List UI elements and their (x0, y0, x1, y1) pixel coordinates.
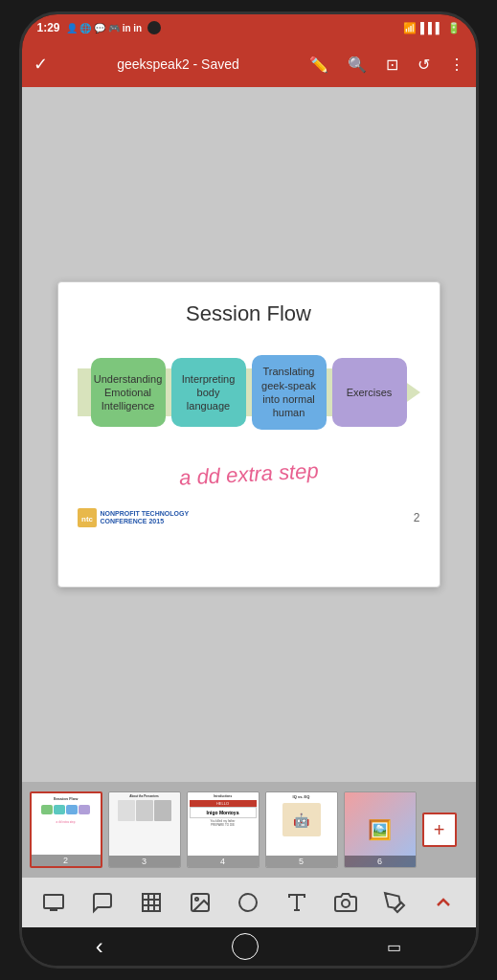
undo-button[interactable]: ↺ (418, 56, 430, 74)
handwriting-text: a dd extra step (77, 446, 421, 508)
status-icons: 👤 🌐 💬 🎮 in in (66, 23, 143, 33)
wifi-icon: 📶 (403, 22, 417, 34)
status-right: 📶 ▌▌▌ 🔋 (403, 22, 460, 34)
svg-text:ntc: ntc (81, 515, 94, 523)
battery-icon: 🔋 (447, 22, 461, 34)
flow-box-1: Understanding Emotional Intelligence (91, 358, 166, 427)
thumbnail-3[interactable]: About the Presenters 3 (108, 791, 181, 868)
thumb-number-6: 6 (345, 856, 416, 867)
search-button[interactable]: 🔍 (348, 56, 367, 74)
flow-boxes: Understanding Emotional Intelligence Int… (78, 355, 420, 429)
ntc-text: NONPROFIT TECHNOLOGYCONFERENCE 2015 (101, 510, 190, 524)
svg-rect-3 (44, 895, 63, 908)
time: 1:29 (37, 21, 60, 34)
draw-button[interactable] (377, 885, 412, 920)
slide-title: Session Flow (78, 301, 420, 326)
document-title: geekspeak2 - Saved (67, 56, 290, 72)
comment-button[interactable] (85, 885, 120, 920)
status-left: 1:29 👤 🌐 💬 🎮 in in (37, 21, 162, 34)
flow-diagram: Understanding Emotional Intelligence Int… (78, 349, 420, 435)
svg-point-11 (195, 898, 198, 901)
shape-button[interactable] (231, 885, 265, 920)
add-slide-button[interactable]: + (422, 813, 457, 847)
thumbnail-4[interactable]: Introductions HELLO Inigo Montoya You ki… (187, 791, 260, 868)
main-content: Session Flow Understanding Emotional Int… (22, 87, 476, 927)
thumbnail-5[interactable]: IQ vs. EQ 🤖 5 (265, 791, 338, 868)
bottom-toolbar (22, 878, 476, 927)
ntc-icon: ntc (78, 508, 97, 527)
phone-frame: 1:29 👤 🌐 💬 🎮 in in 📶 ▌▌▌ 🔋 ✓ geekspeak2 … (19, 11, 479, 969)
flow-box-3: Translating geek-speak into normal human (252, 355, 327, 429)
app-toolbar: ✓ geekspeak2 - Saved ✏️ 🔍 ⊡ ↺ ⋮ (22, 41, 476, 87)
status-bar: 1:29 👤 🌐 💬 🎮 in in 📶 ▌▌▌ 🔋 (22, 14, 476, 41)
pen-button[interactable]: ✏️ (309, 56, 328, 74)
thumbnail-6[interactable]: 🖼️ 6 (344, 791, 417, 868)
ntc-logo: ntc NONPROFIT TECHNOLOGYCONFERENCE 2015 (78, 508, 190, 527)
thumb-number-4: 4 (188, 856, 259, 867)
back-button[interactable]: ‹ (77, 929, 123, 964)
present-button[interactable]: ⊡ (386, 56, 398, 74)
thumbnails-bar: Session Flow a dd extra step 2 About the… (22, 782, 476, 878)
table-button[interactable] (134, 885, 169, 920)
nav-bar: ‹ ▭ (22, 927, 476, 966)
slide-container[interactable]: Session Flow Understanding Emotional Int… (57, 281, 441, 588)
slide-number: 2 (414, 511, 420, 524)
thumb-number-5: 5 (266, 856, 337, 867)
flow-box-2: Interpreting body language (171, 358, 246, 427)
home-button[interactable] (232, 933, 259, 960)
slide-area: Session Flow Understanding Emotional Int… (22, 87, 476, 782)
notification-dot (147, 21, 161, 34)
slides-view-button[interactable] (36, 885, 71, 920)
recent-button[interactable]: ▭ (368, 934, 420, 960)
svg-point-15 (342, 900, 350, 907)
svg-rect-5 (143, 894, 160, 911)
handwriting-area: a dd extra step (78, 455, 420, 499)
thumb-number-3: 3 (109, 856, 180, 867)
thumb-number-2: 2 (32, 855, 101, 866)
flow-box-4: Exercises (332, 358, 407, 427)
more-button[interactable]: ⋮ (449, 56, 464, 74)
slide-footer: ntc NONPROFIT TECHNOLOGYCONFERENCE 2015 … (78, 508, 420, 527)
signal-icon: ▌▌▌ (420, 22, 442, 33)
checkmark-button[interactable]: ✓ (34, 54, 48, 75)
image-button[interactable] (183, 885, 217, 920)
text-button[interactable] (280, 885, 314, 920)
camera-button[interactable] (328, 885, 363, 920)
arrow-up-button[interactable] (426, 885, 461, 920)
svg-point-12 (239, 894, 257, 911)
thumbnail-2[interactable]: Session Flow a dd extra step 2 (30, 791, 102, 868)
